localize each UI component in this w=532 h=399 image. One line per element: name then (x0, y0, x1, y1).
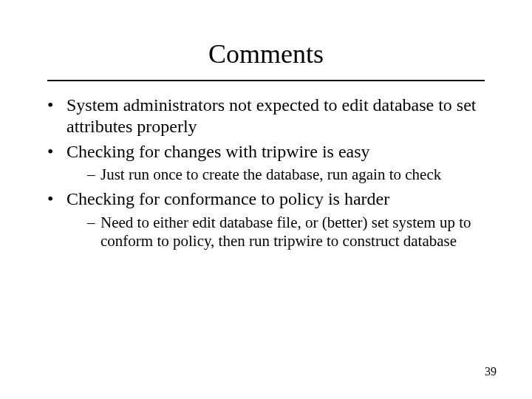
sub-bullet-list: Need to either edit database file, or (b… (66, 214, 485, 251)
slide-title: Comments (0, 0, 532, 75)
title-divider (47, 80, 485, 81)
bullet-item: Checking for changes with tripwire is ea… (47, 141, 485, 185)
sub-bullet-item: Need to either edit database file, or (b… (87, 214, 485, 251)
bullet-item: System administrators not expected to ed… (47, 95, 485, 138)
bullet-text: Checking for changes with tripwire is ea… (66, 142, 370, 161)
bullet-text: System administrators not expected to ed… (66, 95, 477, 136)
page-number: 39 (485, 365, 497, 378)
sub-bullet-text: Just run once to create the database, ru… (100, 166, 441, 183)
sub-bullet-list: Just run once to create the database, ru… (66, 166, 485, 185)
bullet-list: System administrators not expected to ed… (47, 95, 485, 251)
sub-bullet-item: Just run once to create the database, ru… (87, 166, 485, 185)
slide: Comments System administrators not expec… (0, 0, 532, 399)
bullet-text: Checking for conformance to policy is ha… (66, 189, 389, 208)
bullet-item: Checking for conformance to policy is ha… (47, 188, 485, 250)
sub-bullet-text: Need to either edit database file, or (b… (100, 214, 471, 250)
